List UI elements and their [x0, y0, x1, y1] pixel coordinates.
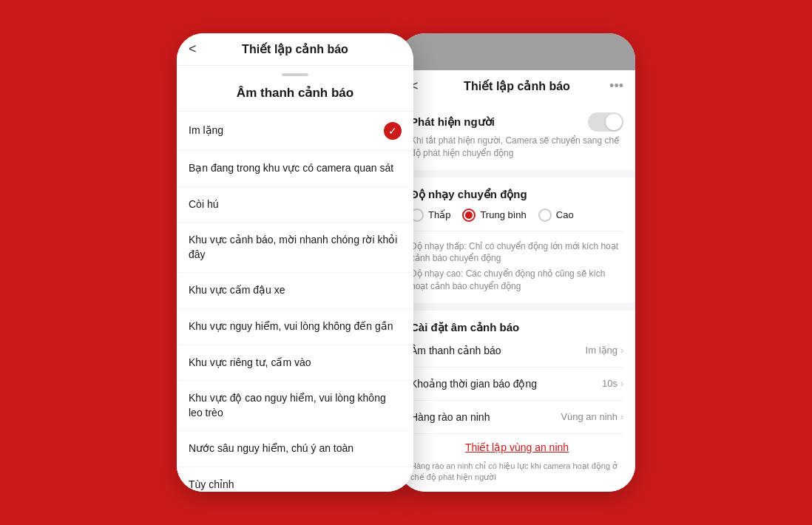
security-fence-row[interactable]: Hàng rào an ninh Vùng an ninh ›: [410, 401, 623, 434]
left-back-button[interactable]: <: [189, 41, 197, 57]
radio-label-high: Cao: [556, 209, 574, 220]
alert-interval-label: Khoảng thời gian báo động: [410, 378, 537, 390]
divider: [410, 231, 623, 231]
list-item-text: Khu vực cấm đậu xe: [189, 283, 402, 298]
radio-inner-medium: [465, 211, 473, 219]
toggle-knob: [606, 114, 622, 130]
motion-note-low: Độ nhạy thấp: Chỉ có chuyển động lớn mới…: [410, 240, 623, 265]
radio-option-medium[interactable]: Trung bình: [462, 209, 526, 222]
security-fence-note: Hàng rào an ninh chỉ có hiệu lực khi cam…: [410, 461, 623, 484]
interval-value: 10s: [602, 378, 618, 389]
alert-sound-label: Cài đặt âm cảnh báo: [410, 321, 519, 333]
setup-security-zone-link[interactable]: Thiết lập vùng an ninh: [410, 434, 623, 456]
right-content: Phát hiện người Khi tắt phát hiện người,…: [399, 102, 635, 492]
chevron-icon-2: ›: [620, 379, 623, 389]
alert-sound-value: Im lặng: [586, 345, 618, 356]
alert-interval-value: 10s ›: [602, 378, 623, 389]
sheet-title: Âm thanh cảnh báo: [177, 76, 413, 112]
radio-label-low: Thấp: [428, 209, 450, 220]
list-item-text: Tùy chỉnh: [189, 478, 402, 492]
person-detection-row: Phát hiện người: [410, 112, 623, 132]
list-item[interactable]: Nước sâu nguy hiểm, chú ý an toàn: [177, 431, 413, 467]
motion-sensitivity-section: Độ nhạy chuyển động Thấp Trung bình: [399, 177, 635, 303]
security-fence-label: Hàng rào an ninh: [410, 411, 490, 423]
right-nav-bar: < Thiết lập cảnh báo •••: [399, 70, 635, 102]
list-item-text: Im lặng: [189, 123, 384, 138]
list-item[interactable]: Khu vực cảnh báo, mời nhanh chóng rời kh…: [177, 223, 413, 273]
security-fence-value: Vùng an ninh ›: [561, 411, 623, 422]
list-item-text: Khu vực cảnh báo, mời nhanh chóng rời kh…: [189, 233, 402, 262]
check-icon: ✓: [384, 122, 402, 140]
right-phone-camera-area: [399, 33, 635, 70]
alert-sound-row[interactable]: Âm thanh cảnh báo Im lặng ›: [410, 334, 623, 368]
chevron-icon: ›: [620, 345, 623, 356]
right-phone: < Thiết lập cảnh báo ••• Phát hiện người…: [399, 33, 635, 492]
sound-list: Im lặng ✓ Bạn đang trong khu vực có came…: [177, 112, 413, 492]
radio-option-high[interactable]: Cao: [538, 209, 574, 222]
chevron-icon-3: ›: [620, 412, 623, 422]
person-detection-description: Khi tắt phát hiện người, Camera sẽ chuyể…: [410, 135, 623, 160]
list-item[interactable]: Khu vực nguy hiểm, vui lòng không đến gầ…: [177, 309, 413, 345]
list-item[interactable]: Im lặng ✓: [177, 112, 413, 151]
list-item[interactable]: Còi hú: [177, 187, 413, 223]
person-detection-section: Phát hiện người Khi tắt phát hiện người,…: [399, 102, 635, 170]
left-nav-bar: < Thiết lập cảnh báo: [177, 33, 413, 66]
motion-sensitivity-label: Độ nhạy chuyển động: [410, 188, 527, 200]
motion-note-high: Độ nhạy cao: Các chuyển động nhỏ cũng sẽ…: [410, 268, 623, 293]
right-nav-title: Thiết lập cảnh báo: [464, 79, 570, 93]
alert-sound-section: Cài đặt âm cảnh báo Âm thanh cảnh báo Im…: [399, 311, 635, 492]
radio-option-low[interactable]: Thấp: [410, 209, 450, 222]
left-nav-title: Thiết lập cảnh báo: [242, 42, 348, 56]
list-item-text: Nước sâu nguy hiểm, chú ý an toàn: [189, 441, 402, 456]
radio-circle-medium: [462, 209, 476, 222]
list-item[interactable]: Khu vực riêng tư, cấm vào: [177, 345, 413, 382]
list-item-text: Bạn đang trong khu vực có camera quan sá…: [189, 161, 402, 176]
left-phone: < Thiết lập cảnh báo Âm thanh cảnh báo I…: [177, 33, 413, 492]
list-item[interactable]: Bạn đang trong khu vực có camera quan sá…: [177, 151, 413, 187]
more-options-icon[interactable]: •••: [609, 78, 623, 94]
alert-sound-row-label: Âm thanh cảnh báo: [410, 345, 501, 356]
radio-label-medium: Trung bình: [480, 209, 526, 220]
list-item-text: Khu vực nguy hiểm, vui lòng không đến gầ…: [189, 319, 402, 334]
security-zone-value: Vùng an ninh: [561, 411, 618, 422]
person-detection-toggle[interactable]: [588, 112, 623, 132]
alert-sound-row-value: Im lặng ›: [586, 345, 623, 356]
person-detection-label: Phát hiện người: [410, 115, 495, 129]
list-item[interactable]: Tùy chỉnh: [177, 467, 413, 492]
radio-circle-high: [538, 209, 552, 222]
alert-interval-row[interactable]: Khoảng thời gian báo động 10s ›: [410, 368, 623, 401]
list-item-text: Khu vực riêng tư, cấm vào: [189, 356, 402, 370]
list-item-text: Khu vực độ cao nguy hiểm, vui lòng không…: [189, 391, 402, 420]
list-item[interactable]: Khu vực cấm đậu xe: [177, 273, 413, 309]
list-item-text: Còi hú: [189, 197, 402, 212]
radio-group: Thấp Trung bình Cao: [410, 209, 623, 222]
list-item[interactable]: Khu vực độ cao nguy hiểm, vui lòng không…: [177, 381, 413, 431]
